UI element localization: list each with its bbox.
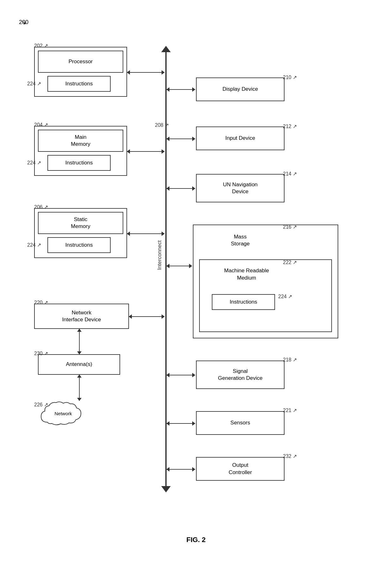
ref-224-mi: 224 ↗ (278, 293, 292, 299)
arrow-processor (127, 72, 164, 73)
ref-204: 204 ↗ (34, 122, 48, 128)
ref-202: 202 ↗ (34, 43, 48, 49)
arrow-display (167, 89, 195, 90)
sensors-box: Sensors (196, 411, 285, 435)
arrow-main-memory (127, 151, 164, 152)
output-controller-box: OutputController (196, 457, 285, 481)
ref-222: 222 ↗ (283, 259, 297, 265)
network-interface-box: NetworkInterface Device (34, 304, 129, 329)
diagram-container: 200 ↘ Processor Instructions 202 ↗ 224 ↗… (13, 19, 379, 550)
input-device-box: Input Device (196, 127, 285, 150)
signal-generation-box: SignalGeneration Device (196, 361, 285, 389)
ref-220: 220 ↗ (34, 299, 48, 306)
arrow-top (161, 46, 171, 52)
machine-instructions-box: Instructions (212, 294, 275, 310)
svg-text:Network: Network (54, 411, 72, 416)
arrow-antenna-network (79, 375, 80, 401)
ref-210: 210 ↗ (283, 74, 297, 80)
machine-readable-label: Machine ReadableMedium (202, 264, 291, 285)
ref-224-mm: 224 ↗ (27, 160, 41, 166)
ref-206: 206 ↗ (34, 204, 48, 210)
ref-208: 208 ↗ (155, 122, 169, 128)
ref-226: 226 ↗ (34, 402, 48, 408)
ref-214: 214 ↗ (283, 171, 297, 177)
arrow-network-interface (129, 316, 164, 317)
ref-224-proc: 224 ↗ (27, 81, 41, 87)
arrow-bottom (161, 486, 171, 492)
figure-label: FIG. 2 (186, 536, 205, 544)
arrow-net-antenna (79, 329, 80, 354)
arrow-input (167, 139, 195, 139)
diagram-arrow: ↘ (21, 19, 26, 26)
static-memory-outer-box (34, 208, 127, 258)
ref-224-sm: 224 ↗ (27, 242, 41, 248)
ref-216: 216 ↗ (283, 224, 297, 230)
antenna-box: Antenna(s) (38, 354, 120, 375)
main-memory-outer-box (34, 126, 127, 176)
mass-storage-label: MassStorage (196, 228, 285, 253)
ref-212: 212 ↗ (283, 123, 297, 129)
ref-221: 221 ↗ (283, 407, 297, 413)
arrow-mass-storage (167, 266, 192, 266)
arrow-un-nav (167, 188, 195, 189)
un-navigation-box: UN NavigationDevice (196, 174, 285, 202)
arrow-static-memory (127, 233, 164, 234)
arrow-output-ctrl (167, 469, 195, 470)
ref-232: 232 ↗ (283, 453, 297, 459)
arrow-signal-gen (167, 375, 195, 375)
display-device-box: Display Device (196, 77, 285, 101)
processor-outer-box (34, 47, 127, 97)
ref-218: 218 ↗ (283, 357, 297, 363)
ref-230: 230 ↗ (34, 350, 48, 356)
interconnect-label: Interconnect (156, 240, 163, 270)
arrow-sensors (167, 423, 195, 424)
